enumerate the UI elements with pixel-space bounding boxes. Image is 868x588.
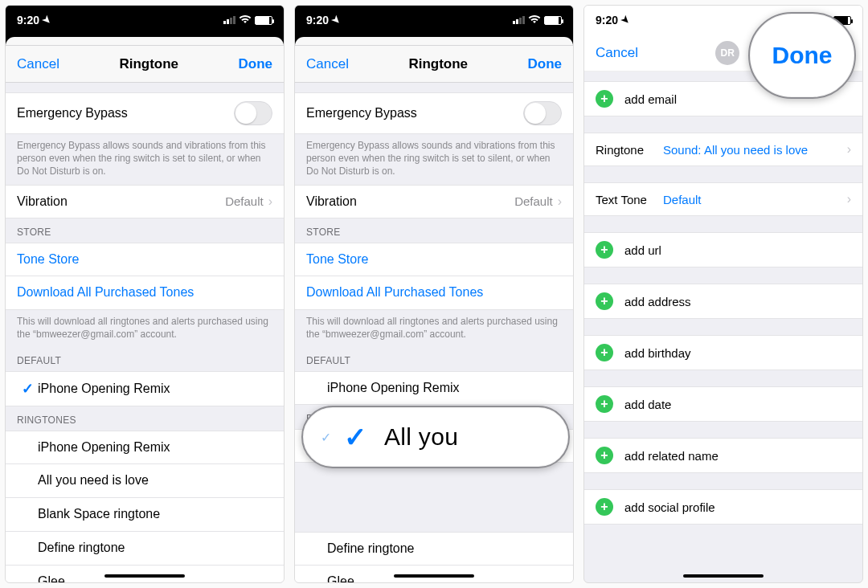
cancel-button[interactable]: Cancel bbox=[306, 56, 349, 72]
battery-icon bbox=[544, 16, 562, 25]
default-ringtone-row[interactable]: iPhone Opening Remix bbox=[295, 371, 573, 405]
ringtone-row[interactable]: Ringtone Sound: All you need is love › bbox=[584, 133, 862, 166]
ringtones-header: RINGTONES bbox=[6, 406, 284, 431]
sheet-grab-area bbox=[6, 35, 284, 46]
add-field-row[interactable]: +add address bbox=[584, 284, 862, 319]
contact-avatar[interactable]: DR bbox=[715, 41, 739, 65]
checkmark-icon: ✓ bbox=[344, 421, 366, 453]
home-indicator[interactable] bbox=[683, 574, 764, 578]
add-field-label: add birthday bbox=[624, 346, 851, 360]
vibration-label: Vibration bbox=[306, 194, 514, 209]
add-field-label: add social profile bbox=[624, 500, 851, 514]
home-indicator[interactable] bbox=[394, 574, 474, 578]
emergency-bypass-footer: Emergency Bypass allows sounds and vibra… bbox=[295, 134, 573, 185]
tone-store-link[interactable]: Tone Store bbox=[17, 252, 272, 267]
cancel-button[interactable]: Cancel bbox=[17, 56, 59, 72]
ringtone-item[interactable]: iPhone Opening Remix bbox=[6, 431, 284, 464]
ringtone-item[interactable]: Define ringtone bbox=[295, 532, 573, 566]
emergency-bypass-row[interactable]: Emergency Bypass bbox=[6, 92, 284, 134]
emergency-bypass-label: Emergency Bypass bbox=[306, 106, 523, 120]
add-icon: + bbox=[596, 90, 613, 108]
content-area: Emergency Bypass Emergency Bypass allows… bbox=[6, 83, 284, 582]
status-time: 9:20 bbox=[17, 14, 39, 27]
tone-store-row[interactable]: Tone Store bbox=[295, 243, 573, 276]
add-field-label: add url bbox=[624, 243, 851, 257]
default-ringtone-row[interactable]: ✓ iPhone Opening Remix bbox=[6, 371, 284, 406]
add-icon: + bbox=[596, 498, 613, 516]
ringtone-item[interactable]: Define ringtone bbox=[6, 532, 284, 566]
chevron-right-icon: › bbox=[847, 142, 851, 157]
add-icon: + bbox=[596, 292, 613, 310]
store-header: STORE bbox=[295, 218, 573, 243]
vibration-value: Default bbox=[514, 194, 553, 208]
emergency-bypass-label: Emergency Bypass bbox=[17, 106, 234, 120]
add-icon: + bbox=[596, 447, 613, 464]
vibration-row[interactable]: Vibration Default › bbox=[6, 185, 284, 218]
add-icon: + bbox=[596, 344, 613, 361]
nav-bar: Cancel Ringtone Done bbox=[6, 46, 284, 83]
chevron-right-icon: › bbox=[847, 192, 851, 206]
vibration-value: Default bbox=[225, 194, 264, 208]
vibration-label: Vibration bbox=[17, 194, 225, 209]
store-header: STORE bbox=[6, 218, 284, 243]
wifi-icon bbox=[528, 14, 541, 27]
tone-store-row[interactable]: Tone Store bbox=[6, 243, 284, 276]
content-area: + add email Ringtone Sound: All you need… bbox=[584, 71, 862, 582]
emergency-bypass-toggle[interactable] bbox=[234, 101, 272, 125]
location-icon: ➤ bbox=[330, 14, 343, 27]
callout-done-button: Done bbox=[748, 12, 856, 99]
ringtone-item[interactable]: All you need is love bbox=[6, 464, 284, 498]
store-footer: This will download all ringtones and ale… bbox=[6, 310, 284, 347]
texttone-row-value: Default bbox=[663, 193, 842, 206]
add-field-label: add date bbox=[624, 398, 851, 411]
chevron-right-icon: › bbox=[268, 194, 272, 209]
status-time: 9:20 bbox=[596, 14, 618, 27]
status-bar: 9:20 ➤ bbox=[6, 6, 284, 35]
cancel-button[interactable]: Cancel bbox=[596, 45, 638, 61]
sheet-grab-area bbox=[295, 35, 573, 46]
screen-1-ringtone-list: 9:20 ➤ Cancel Ringtone Done Emergency By… bbox=[5, 5, 285, 583]
add-field-row[interactable]: +add url bbox=[584, 232, 862, 267]
done-button[interactable]: Done bbox=[527, 56, 562, 72]
location-icon: ➤ bbox=[40, 14, 54, 27]
status-time: 9:20 bbox=[306, 14, 329, 27]
emergency-bypass-toggle[interactable] bbox=[523, 101, 562, 125]
download-tones-link[interactable]: Download All Purchased Tones bbox=[306, 285, 562, 300]
ringtone-item-label: Blank Space ringtone bbox=[38, 507, 272, 521]
add-field-row[interactable]: +add social profile bbox=[584, 489, 862, 525]
texttone-row[interactable]: Text Tone Default › bbox=[584, 182, 862, 216]
add-field-row[interactable]: +add related name bbox=[584, 438, 862, 473]
checkmark-icon: ✓ bbox=[22, 380, 34, 398]
add-field-row[interactable]: +add date bbox=[584, 386, 862, 422]
ringtone-row-label: Ringtone bbox=[596, 143, 658, 157]
download-tones-row[interactable]: Download All Purchased Tones bbox=[295, 276, 573, 310]
add-field-row[interactable]: +add birthday bbox=[584, 335, 862, 370]
battery-icon bbox=[255, 16, 272, 25]
done-button[interactable]: Done bbox=[238, 56, 272, 72]
emergency-bypass-row[interactable]: Emergency Bypass bbox=[295, 92, 573, 134]
callout-selected-ringtone: ✓ ✓ All you bbox=[301, 406, 570, 468]
nav-title: Ringtone bbox=[119, 56, 178, 72]
chevron-right-icon: › bbox=[558, 194, 562, 209]
ringtone-item-label: Define ringtone bbox=[38, 541, 272, 555]
download-tones-link[interactable]: Download All Purchased Tones bbox=[17, 285, 272, 300]
screen-3-contact-edit: 9:20 ➤ Cancel DR Done + add email Ringto… bbox=[583, 5, 863, 583]
add-field-label: add related name bbox=[624, 449, 851, 463]
store-footer: This will download all ringtones and ale… bbox=[295, 310, 573, 347]
download-tones-row[interactable]: Download All Purchased Tones bbox=[6, 276, 284, 310]
add-field-label: add address bbox=[624, 295, 851, 308]
tone-store-link[interactable]: Tone Store bbox=[306, 252, 562, 267]
wifi-icon bbox=[239, 14, 252, 27]
nav-bar: Cancel Ringtone Done bbox=[295, 46, 573, 83]
texttone-row-label: Text Tone bbox=[596, 193, 658, 206]
screen-2-ringtone-selected: 9:20 ➤ Cancel Ringtone Done Emergency By… bbox=[294, 5, 574, 583]
home-indicator[interactable] bbox=[104, 574, 185, 578]
ringtone-item-label: All you need is love bbox=[38, 473, 272, 488]
default-header: DEFAULT bbox=[6, 347, 284, 371]
callout-text: All you bbox=[384, 423, 458, 451]
cellular-icon bbox=[513, 16, 525, 24]
ringtone-item[interactable]: Blank Space ringtone bbox=[6, 498, 284, 532]
vibration-row[interactable]: Vibration Default › bbox=[295, 185, 573, 218]
add-icon: + bbox=[596, 241, 613, 259]
cellular-icon bbox=[223, 16, 235, 24]
